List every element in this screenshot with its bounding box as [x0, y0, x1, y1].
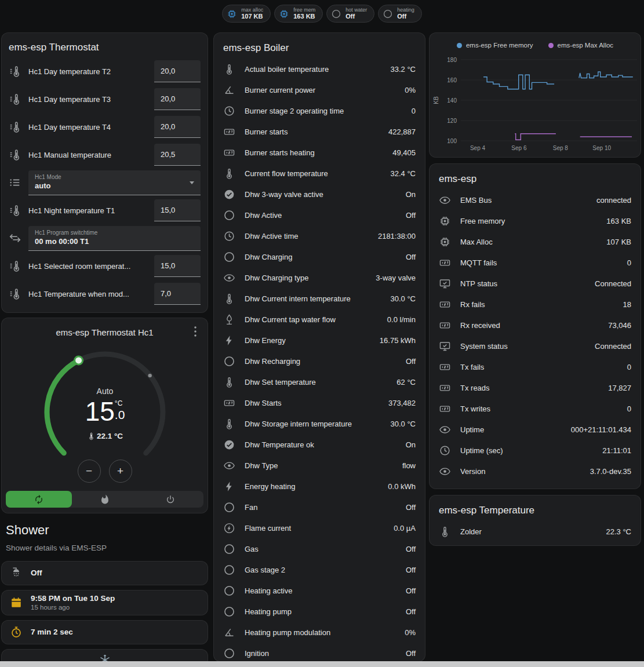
memory-icon: [439, 236, 451, 248]
number-input[interactable]: 20,5: [154, 144, 201, 166]
entity-row[interactable]: Dhw Active time2181:38:00: [214, 225, 425, 246]
badge-max-alloc[interactable]: max alloc107 KB: [222, 5, 271, 23]
entity-value: On: [406, 440, 416, 449]
entity-label: Dhw Starts: [245, 399, 379, 407]
entity-row[interactable]: Dhw Energy16.75 kWh: [214, 330, 425, 351]
entity-row[interactable]: NTP statusConnected: [430, 273, 641, 294]
entity-row[interactable]: Dhw Storage intern temperature30.0 °C: [214, 413, 425, 434]
entity-row[interactable]: Burner starts422,887: [214, 121, 425, 142]
entity-row[interactable]: System statusConnected: [430, 336, 641, 356]
entity-row[interactable]: Free memory163 KB: [430, 210, 641, 231]
entity-row[interactable]: Tx writes0: [430, 398, 641, 419]
badge-free-mem[interactable]: free mem163 KB: [274, 5, 323, 23]
entity-row[interactable]: Dhw Set temperature62 °C: [214, 371, 425, 392]
history-chart[interactable]: 100120140160180Sep 4Sep 6Sep 8Sep 10KB: [430, 53, 641, 156]
entity-row[interactable]: Gas stage 2Off: [214, 559, 425, 580]
entity-row[interactable]: EMS Busconnected: [430, 189, 641, 210]
hvac-mode-label: Auto: [37, 387, 173, 396]
entity-row[interactable]: Current flow temperature32.4 °C: [214, 163, 425, 184]
entity-label: Current flow temperature: [245, 169, 381, 178]
entity-row[interactable]: Rx received73,046: [430, 315, 641, 336]
x-axis-tick: Sep 10: [592, 145, 611, 151]
entity-row[interactable]: Version3.7.0-dev.35: [430, 461, 641, 482]
badge-label: heating: [397, 7, 414, 13]
entity-row[interactable]: Dhw Temperature okOn: [214, 434, 425, 455]
thermostat-row: Hc1 Day temperature T220,0: [2, 57, 208, 85]
shower-card-secondary: 15 hours ago: [31, 603, 115, 612]
entity-label: Uptime (sec): [460, 446, 593, 455]
entity-row[interactable]: Burner stage 2 operating time0: [214, 100, 425, 121]
entity-row[interactable]: Heating pumpOff: [214, 601, 425, 622]
shower-card-primary: 7 min 2 sec: [31, 627, 73, 637]
entity-label: Heating pump modulation: [245, 628, 395, 637]
entity-row[interactable]: Dhw ActiveOff: [214, 205, 425, 225]
thermostat-row: Hc1 Day temperature T320,0: [2, 85, 208, 113]
entity-value: 0%: [405, 86, 416, 94]
entity-row[interactable]: Actual boiler temperature33.2 °C: [214, 59, 425, 79]
more-menu-icon[interactable]: [188, 324, 203, 339]
number-input[interactable]: 20,0: [154, 60, 201, 82]
number-input[interactable]: 20,0: [154, 116, 201, 138]
increase-temp-button[interactable]: +: [109, 460, 132, 483]
legend-item[interactable]: ems-esp Max Alloc: [548, 42, 614, 49]
entity-label: Rx fails: [460, 300, 614, 309]
entity-value: 0: [627, 363, 631, 371]
badge-heating[interactable]: heatingOff: [378, 5, 422, 23]
entity-row[interactable]: Dhw Typeflow: [214, 455, 425, 476]
entity-row[interactable]: Burner starts heating49,405: [214, 142, 425, 163]
thermometer-icon: [223, 418, 235, 430]
entity-row[interactable]: Dhw Charging type3-way valve: [214, 267, 425, 288]
entity-row[interactable]: FanOff: [214, 497, 425, 517]
badge-hot-water[interactable]: hot waterOff: [326, 5, 374, 23]
eye-icon: [439, 194, 451, 206]
number-input[interactable]: 20,0: [154, 88, 201, 110]
text-input[interactable]: Hc1 Program switchtime00 mo 00:00 T1: [28, 226, 201, 251]
number-input[interactable]: 7,0: [154, 283, 201, 305]
dial-handle[interactable]: [75, 356, 83, 365]
entity-row[interactable]: Heating activeOff: [214, 580, 425, 601]
entity-row[interactable]: Tx fails0: [430, 356, 641, 377]
entity-row[interactable]: IgnitionOff: [214, 643, 425, 662]
horizontal-scrollbar[interactable]: [0, 661, 644, 667]
eye-icon: [439, 465, 451, 478]
legend-item[interactable]: ems-esp Free memory: [457, 42, 533, 49]
number-input[interactable]: 15,0: [154, 199, 201, 221]
badge-label: max alloc: [241, 7, 263, 13]
hvac-mode-auto-button[interactable]: [6, 491, 72, 508]
entity-row[interactable]: Uptime000+21:11:01.434: [430, 419, 641, 440]
hvac-mode-heat-button[interactable]: [72, 491, 138, 508]
shower-card-3[interactable]: 7 min 2 sec: [1, 620, 208, 644]
hvac-mode-off-button[interactable]: [137, 491, 203, 508]
angle-icon: [223, 626, 235, 639]
entity-row[interactable]: Burner current power0%: [214, 79, 425, 100]
shower-card-1[interactable]: Off: [1, 561, 208, 585]
entity-label: Burner starts heating: [245, 148, 383, 157]
entity-row[interactable]: Rx fails18: [430, 294, 641, 315]
entity-row[interactable]: GasOff: [214, 538, 425, 559]
circle-outline-icon: [331, 9, 341, 19]
entity-row[interactable]: Dhw Current intern temperature30.0 °C: [214, 288, 425, 309]
monitor-check-icon: [439, 340, 451, 352]
entity-row[interactable]: Zolder22.3 °C: [430, 521, 641, 542]
mode-select[interactable]: Hc1 Modeauto: [28, 170, 201, 195]
entity-row[interactable]: Uptime (sec)21:11:01: [430, 440, 641, 461]
entity-value: On: [406, 190, 416, 199]
entity-row[interactable]: Flame current0.0 µA: [214, 517, 425, 538]
entity-row[interactable]: Dhw Current tap water flow0.0 l/min: [214, 309, 425, 330]
shower-card-2[interactable]: 9:58 PM on Tue 10 Sep15 hours ago: [1, 590, 208, 615]
decrease-temp-button[interactable]: −: [78, 460, 101, 483]
number-input[interactable]: 15,0: [154, 255, 201, 277]
entity-row[interactable]: Dhw RechargingOff: [214, 351, 425, 371]
entity-row[interactable]: Dhw Starts373,482: [214, 392, 425, 413]
circle-outline-icon: [383, 9, 393, 19]
entity-row[interactable]: Heating pump modulation0%: [214, 622, 425, 643]
entity-row[interactable]: Energy heating0.0 kWh: [214, 476, 425, 497]
entity-row[interactable]: MQTT fails0: [430, 252, 641, 273]
entity-row[interactable]: Max Alloc107 KB: [430, 231, 641, 252]
entity-label: Hc1 Night temperature T1: [28, 206, 154, 215]
entity-row[interactable]: Tx reads17,827: [430, 377, 641, 398]
entity-row[interactable]: Dhw ChargingOff: [214, 246, 425, 267]
counter-icon: [439, 361, 451, 373]
entity-row[interactable]: Dhw 3-way valve activeOn: [214, 184, 425, 205]
counter-icon: [439, 319, 451, 331]
